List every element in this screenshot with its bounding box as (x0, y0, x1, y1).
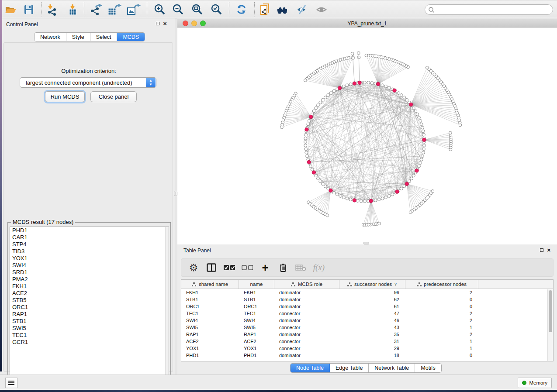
tab-edge-table[interactable]: Edge Table (330, 364, 369, 372)
mcds-result-item[interactable]: PMA2 (10, 276, 169, 283)
delete-table-icon (295, 264, 307, 271)
float-table-panel-icon[interactable] (540, 248, 543, 252)
tab-style[interactable]: Style (66, 33, 90, 41)
network-graph[interactable] (177, 28, 557, 244)
select-all-columns-icon[interactable] (224, 265, 235, 271)
list-icon (8, 381, 14, 385)
table-cell: dominator (274, 352, 339, 359)
gear-icon[interactable]: ⚙ (188, 262, 199, 274)
column-header-predecessor-nodes[interactable]: predecessor nodes (405, 280, 478, 289)
mcds-result-item[interactable]: TEC1 (10, 332, 169, 339)
mcds-result-item[interactable]: SWI4 (10, 262, 169, 269)
table-cell: RAP1 (239, 331, 274, 338)
table-row[interactable]: FKH1FKH1dominator962 (181, 289, 553, 296)
save-icon[interactable] (22, 3, 36, 16)
close-table-panel-icon[interactable]: ✕ (547, 248, 551, 252)
table-cell: 29 (339, 345, 405, 352)
optimization-criterion-value: largest connected component (undirected) (20, 79, 146, 86)
column-header-shared-name[interactable]: shared name (181, 280, 239, 289)
mcds-result-item[interactable]: STP4 (10, 241, 169, 248)
export-table-icon[interactable] (107, 3, 121, 16)
table-row[interactable]: SWI4SWI4dominator462 (181, 317, 553, 324)
zoom-fit-icon[interactable] (190, 3, 204, 16)
column-type-icon (417, 282, 422, 286)
hide-selected-icon[interactable] (295, 3, 309, 16)
zoom-in-icon[interactable] (153, 3, 167, 16)
search-input[interactable] (437, 7, 553, 13)
search-network-icon[interactable] (277, 3, 291, 16)
tab-network-table[interactable]: Network Table (369, 364, 415, 372)
table-cell: YOX1 (239, 345, 274, 352)
export-image-icon[interactable] (127, 3, 141, 16)
table-row[interactable]: PHD1PHD1dominator180 (181, 352, 553, 359)
close-panel-button[interactable]: Close panel (90, 91, 137, 102)
mcds-result-item[interactable]: SWI5 (10, 325, 169, 332)
node-table[interactable]: shared namenameMCDS rolesuccessor nodes∨… (181, 279, 554, 361)
scrollbar-thumb[interactable] (549, 290, 552, 332)
table-cell: 2 (405, 310, 478, 317)
float-panel-icon[interactable] (156, 22, 159, 25)
memory-button[interactable]: Memory (518, 378, 552, 388)
zoom-out-icon[interactable] (171, 3, 185, 16)
run-mcds-button[interactable]: Run MCDS (45, 91, 85, 102)
table-cell: 35 (339, 331, 405, 338)
table-row[interactable]: RAP1RAP1dominator352 (181, 331, 553, 338)
close-panel-icon[interactable]: ✕ (163, 22, 167, 25)
mcds-result-list[interactable]: PHD1CAR1STP4TID3YOX1SWI4SRD1PMA2FKH1ACE2… (10, 227, 169, 382)
optimization-criterion-select[interactable]: largest connected component (undirected)… (20, 77, 156, 88)
mcds-result-item[interactable]: YOX1 (10, 255, 169, 262)
mcds-result-item[interactable]: RAP1 (10, 311, 169, 318)
mcds-result-item[interactable]: STB1 (10, 318, 169, 325)
mcds-result-item[interactable]: ORC1 (10, 304, 169, 311)
deselect-all-columns-icon[interactable] (242, 265, 253, 271)
table-row[interactable]: ORC1ORC1dominator610 (181, 303, 553, 310)
mcds-result-item[interactable]: GCR1 (10, 339, 169, 346)
import-network-icon[interactable] (45, 3, 59, 16)
table-row[interactable]: SWI5SWI5connector431 (181, 324, 553, 331)
mcds-result-item[interactable]: ACE2 (10, 290, 169, 297)
mcds-result-item[interactable]: STB5 (10, 297, 169, 304)
column-header-MCDS-role[interactable]: MCDS role (274, 280, 339, 289)
column-header-successor-nodes[interactable]: successor nodes∨ (339, 280, 405, 289)
table-cell: 96 (339, 289, 405, 296)
mcds-result-item[interactable]: SRD1 (10, 269, 169, 276)
export-network-icon[interactable] (89, 3, 103, 16)
refresh-icon[interactable] (235, 3, 249, 16)
table-cell: FKH1 (181, 289, 239, 296)
column-view-icon[interactable] (206, 263, 217, 272)
tab-mcds[interactable]: MCDS (117, 33, 145, 41)
network-canvas[interactable] (177, 28, 557, 244)
delete-column-icon[interactable] (277, 263, 289, 272)
table-row[interactable]: ACE2ACE2connector311 (181, 338, 553, 345)
tab-motifs[interactable]: Motifs (415, 364, 441, 372)
table-row[interactable]: STB1STB1dominator620 (181, 296, 553, 303)
table-cell: 31 (339, 338, 405, 345)
column-header-name[interactable]: name (239, 280, 274, 289)
mcds-result-item[interactable]: FKH1 (10, 283, 169, 290)
import-table-icon[interactable] (66, 3, 80, 16)
task-history-button[interactable] (5, 378, 17, 388)
tab-select[interactable]: Select (90, 33, 118, 41)
list-scrollbar[interactable] (165, 227, 169, 382)
desktop-wallpaper-bottom (0, 390, 557, 392)
table-cell: ORC1 (181, 303, 239, 310)
zoom-selected-icon[interactable] (210, 3, 224, 16)
tab-node-table[interactable]: Node Table (291, 364, 330, 372)
share-document-icon[interactable] (259, 3, 273, 16)
horizontal-splitter-handle[interactable] (363, 242, 369, 244)
mcds-result-item[interactable]: PHD1 (10, 227, 169, 234)
mcds-result-item[interactable]: CAR1 (10, 234, 169, 241)
search-box[interactable] (425, 4, 553, 15)
tab-network[interactable]: Network (35, 33, 66, 41)
table-row[interactable]: TEC1TEC1connector472 (181, 310, 553, 317)
mcds-result-item[interactable]: TID3 (10, 248, 169, 255)
table-cell: 46 (339, 317, 405, 324)
table-row[interactable]: YOX1YOX1connector291 (181, 345, 553, 352)
table-scrollbar[interactable] (547, 289, 553, 361)
table-cell: SWI5 (239, 324, 274, 331)
table-cell: connector (274, 324, 339, 331)
add-column-icon[interactable]: + (259, 263, 271, 272)
sort-descending-icon: ∨ (394, 282, 397, 286)
open-folder-icon[interactable] (3, 3, 17, 16)
network-window-titlebar[interactable]: YPA_prune.txt_1 (177, 19, 557, 28)
